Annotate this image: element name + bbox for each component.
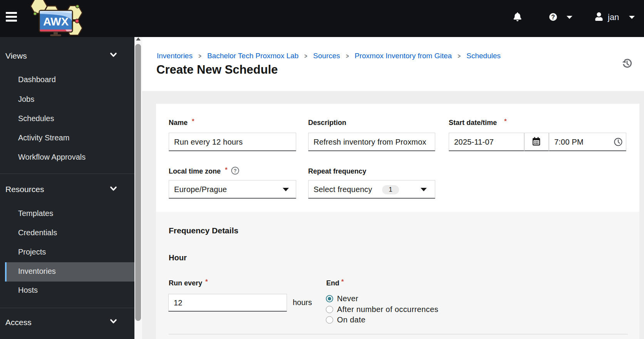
svg-text:?: ? <box>234 168 237 174</box>
svg-text:?: ? <box>551 14 555 20</box>
svg-text:AWX: AWX <box>43 15 69 28</box>
